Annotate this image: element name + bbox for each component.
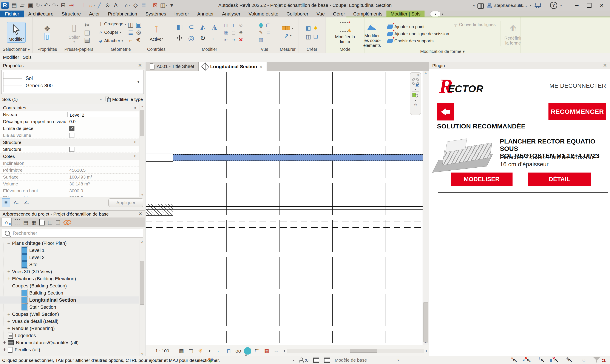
browser-home-icon[interactable]: ⌂ xyxy=(1,218,12,226)
drag-elements-toggle[interactable]: ↖✢ xyxy=(566,357,574,363)
canvas-horizontal-scrollbar[interactable] xyxy=(287,349,424,353)
apply-button[interactable]: Appliquer xyxy=(108,198,143,207)
qat-icon[interactable]: ◫ xyxy=(160,1,167,10)
scrollbar-thumb[interactable] xyxy=(140,110,144,136)
tree-item[interactable]: Longitudinal Section xyxy=(0,297,139,304)
qat-icon[interactable]: ◇ xyxy=(132,1,139,10)
view-control-icon[interactable]: ◐ xyxy=(206,347,213,354)
active-workset-icon[interactable] xyxy=(324,358,330,363)
paste-aligned-icon[interactable]: ▤ xyxy=(84,37,90,43)
panel-label-create[interactable]: Créer xyxy=(299,46,325,53)
scroll-down-icon[interactable]: ˅ xyxy=(139,193,145,197)
select-by-face-toggle[interactable]: ↖✕▮ xyxy=(552,357,560,363)
create-similar-icon[interactable]: ⧠ xyxy=(313,33,318,40)
dimension-button[interactable]: ▾ xyxy=(282,26,293,30)
property-row[interactable]: Cotes « xyxy=(0,153,139,160)
tree-item[interactable]: + Elévations (Building Elevation) xyxy=(0,275,139,282)
ribbon-tab[interactable]: Acier xyxy=(85,11,104,17)
view-control-icon[interactable]: ☀ xyxy=(197,347,204,354)
type-selector-chevron-icon[interactable]: ▼ xyxy=(137,80,140,84)
copy-element-icon[interactable]: ◎ xyxy=(188,34,194,42)
footing-dashed-line[interactable] xyxy=(146,227,423,228)
tree-item[interactable]: − Coupes (Building Section) xyxy=(0,282,139,289)
align-icon[interactable]: ◧ xyxy=(176,23,183,31)
paintbrush-icon[interactable]: ✎ xyxy=(259,30,263,35)
collapse-chevron-icon[interactable]: « xyxy=(133,155,138,157)
tree-expander[interactable]: + xyxy=(1,339,8,346)
detail-button[interactable]: DÉTAIL xyxy=(528,172,591,186)
scale-icon[interactable]: ▢ xyxy=(232,30,236,35)
browser-legend-icon[interactable]: ▤ xyxy=(23,219,28,225)
offset-icon[interactable]: ⊂ xyxy=(188,23,194,31)
logout-link[interactable]: ME DÉCONNECTER xyxy=(549,83,606,89)
ribbon-tab[interactable]: Vue xyxy=(312,11,329,17)
user-menu-chevron-icon[interactable]: ▾ xyxy=(530,4,532,7)
help-menu-chevron-icon[interactable]: ▾ xyxy=(560,4,562,7)
view-control-icon[interactable]: ↔ xyxy=(273,347,280,354)
demolish-hammer-icon[interactable] xyxy=(136,38,141,43)
close-navbar-icon[interactable]: ⊗ xyxy=(417,73,420,77)
browser-link-icon[interactable] xyxy=(64,220,71,225)
property-row[interactable]: Volume 30.148 m³ « xyxy=(0,181,139,187)
view-control-icon[interactable]: ⬚ xyxy=(253,347,261,354)
hide-elements-icon[interactable]: ▩ xyxy=(259,37,263,43)
existing-wall-section[interactable] xyxy=(146,154,173,162)
tree-expander[interactable]: − xyxy=(6,240,12,246)
ribbon-tab[interactable]: Collaborer xyxy=(282,11,312,17)
property-row[interactable]: Contraintes « xyxy=(0,104,139,111)
copy-icon[interactable]: ◫ xyxy=(84,29,90,36)
tree-item[interactable]: + Vues 3D (3D View) xyxy=(0,268,139,275)
scrollbar-thumb[interactable] xyxy=(350,349,377,353)
tree-expander[interactable]: − xyxy=(6,283,12,289)
cut-icon[interactable]: ✂ xyxy=(84,22,90,28)
panel-label-controls[interactable]: Contrôles xyxy=(146,46,167,53)
tree-scrollbar[interactable]: ˄ ˅ xyxy=(139,240,145,356)
unjoin-icon[interactable]: ≣ xyxy=(128,29,133,36)
active-workset-name[interactable]: Modèle de base xyxy=(335,358,367,363)
qat-icon[interactable] xyxy=(76,2,78,9)
scroll-right-icon[interactable]: › xyxy=(426,348,427,354)
scroll-up-icon[interactable]: ˄ xyxy=(423,71,429,75)
convert-lines-button[interactable]: ⫧Convertir les lignes xyxy=(454,21,495,28)
rotate-icon[interactable]: ↻ xyxy=(200,34,206,42)
view-control-icon[interactable]: ⊓ xyxy=(225,347,232,354)
cope-button[interactable]: ⌶Grugeage▾ xyxy=(99,21,126,27)
paste-button[interactable]: ▯ Coller▾ xyxy=(67,20,81,45)
qat-icon[interactable]: R xyxy=(1,2,9,9)
qat-icon[interactable]: ↔ xyxy=(87,1,95,10)
scrollbar-thumb[interactable] xyxy=(423,302,428,342)
editable-elements[interactable]: :0 xyxy=(299,358,309,363)
qat-icon[interactable]: ╱ xyxy=(95,1,103,10)
foundation-detail[interactable] xyxy=(146,204,173,216)
scroll-left-icon[interactable]: ‹ xyxy=(284,348,285,354)
modify-tool-button[interactable]: Modifier xyxy=(7,22,26,43)
signed-in-user[interactable]: stephane.sulik... xyxy=(494,3,527,8)
panel-label-view[interactable]: Vue xyxy=(252,46,277,53)
zoom-region-icon[interactable] xyxy=(413,92,418,98)
checkbox[interactable] xyxy=(69,147,75,152)
create-parts-icon[interactable]: ◧ xyxy=(306,25,311,31)
tree-item[interactable]: Level 1 xyxy=(0,247,139,254)
type-selector[interactable]: Sol Generic 300 ▼ xyxy=(1,70,144,94)
workset-chevron-icon[interactable]: ˅ xyxy=(397,358,399,362)
tree-item[interactable]: Site xyxy=(0,261,139,268)
view-control-icon[interactable] xyxy=(244,347,251,354)
collapse-chevron-icon[interactable]: « xyxy=(133,106,138,109)
properties-icon[interactable]: ▯ xyxy=(44,33,50,40)
tree-item[interactable]: Level 2 xyxy=(0,254,139,261)
qat-icon[interactable]: ⇥ xyxy=(67,1,75,10)
scroll-up-icon[interactable]: ˄ xyxy=(139,240,145,244)
tree-item[interactable]: + Rendus (Rendering) xyxy=(0,325,139,332)
join-button[interactable]: ◕Attacher▾ xyxy=(99,38,126,44)
property-row[interactable]: Structure « xyxy=(0,139,139,146)
restore-button[interactable] xyxy=(583,1,595,10)
tree-item[interactable]: Stair Section xyxy=(0,304,139,311)
create-assembly-icon[interactable]: ◫ xyxy=(306,34,311,39)
back-button[interactable] xyxy=(437,103,454,120)
3d-box-icon[interactable]: ▢ xyxy=(266,22,271,28)
qat-icon[interactable]: ⊙ xyxy=(104,1,111,10)
restart-button[interactable]: RECOMMENCER xyxy=(548,103,606,120)
minimize-button[interactable]: ─ xyxy=(571,1,583,10)
trim-extend-multi-icon[interactable]: ⇥ xyxy=(232,37,236,42)
view-scale[interactable]: 1 : 100 xyxy=(155,348,169,353)
